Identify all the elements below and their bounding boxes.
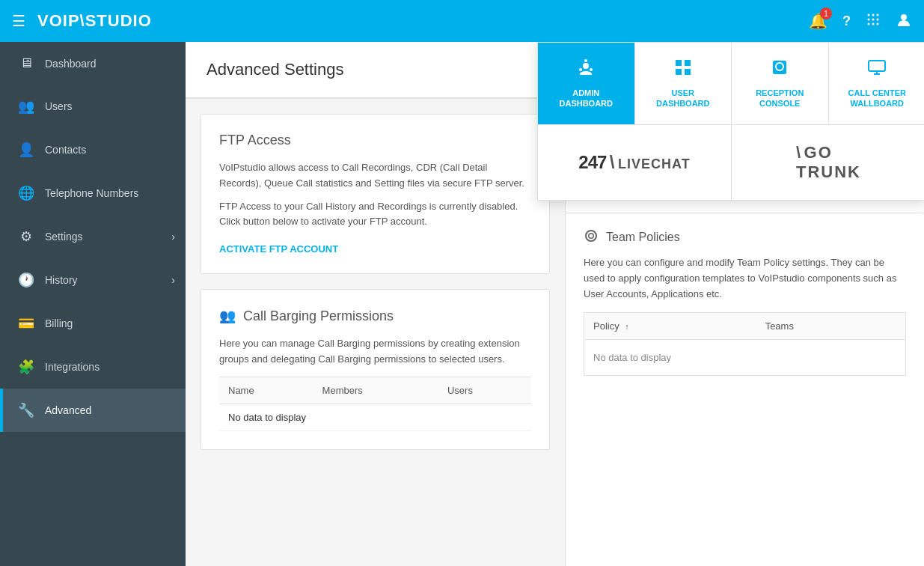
sidebar-item-billing[interactable]: 💳 Billing [0,302,186,345]
app-logo: VOIP\STUDIO [37,11,809,31]
call-barging-section: 👥 Call Barging Permissions Here you can … [201,289,550,450]
notification-badge: 1 [820,7,832,19]
contacts-icon: 👤 [18,142,34,158]
sidebar: 🖥 Dashboard 👥 Users 👤 Contacts 🌐 Telepho… [0,42,186,566]
sidebar-item-history[interactable]: 🕐 History › [0,258,186,302]
team-policies-icon [584,228,599,246]
sidebar-item-users[interactable]: 👥 Users [0,85,186,128]
ftp-section-title: FTP Access [219,133,531,148]
team-policies-section: Team Policies Here you can configure and… [566,213,924,391]
user-dashboard-label: USERDASHBOARD [656,88,710,109]
history-icon: 🕐 [18,272,34,288]
sidebar-item-label: History [45,274,78,286]
settings-icon: ⚙ [18,228,34,245]
topbar-actions: 🔔 1 ? [809,11,912,31]
user-account-icon[interactable] [896,11,912,31]
users-icon: 👥 [18,98,34,115]
sidebar-item-label: Integrations [45,361,100,373]
livechat-logo: 247 \ LIVECHAT [578,152,690,173]
sidebar-item-integrations[interactable]: 🧩 Integrations [0,345,186,389]
team-policies-title: Team Policies [584,228,906,246]
call-barging-title: 👥 Call Barging Permissions [219,308,531,324]
telephone-numbers-icon: 🌐 [18,185,34,201]
svg-point-0 [868,13,870,16]
dropdown-item-reception-console[interactable]: RECEPTIONCONSOLE [732,43,829,124]
dashboard-dropdown: ADMINDASHBOARD USERDASHBOARD RECEPTIONCO… [537,42,924,201]
svg-point-2 [877,13,879,16]
svg-point-3 [868,18,870,20]
table-row: No data to display [219,404,531,430]
call-barging-desc: Here you can manage Call Barging permiss… [219,336,531,368]
svg-point-1 [872,13,875,16]
call-center-wallboard-label: CALL CENTERWALLBOARD [848,88,906,109]
svg-point-4 [872,18,875,20]
page-header: Advanced Settings [186,42,565,99]
policy-col-teams: Teams [756,313,906,340]
svg-point-6 [868,22,870,25]
advanced-icon: 🔧 [18,402,34,419]
content-area: Advanced Settings FTP Access VoIPstudio … [186,42,565,566]
svg-point-8 [877,22,879,25]
svg-point-7 [872,22,875,25]
call-barging-table: Name Members Users No data to display [219,377,531,431]
sidebar-item-label: Users [45,100,73,112]
table-col-name: Name [219,377,313,404]
admin-dashboard-label: ADMINDASHBOARD [560,88,614,109]
integrations-icon: 🧩 [18,359,34,375]
grid-icon[interactable] [866,12,881,31]
table-col-users: Users [438,377,531,404]
sidebar-item-label: Settings [45,231,83,243]
help-icon[interactable]: ? [842,13,851,29]
admin-dashboard-icon [576,58,596,82]
table-col-members: Members [313,377,438,404]
gotrunk-logo: \ GO TRUNK [796,143,861,182]
sidebar-item-advanced[interactable]: 🔧 Advanced [0,389,186,432]
dashboard-icon: 🖥 [18,55,34,71]
sidebar-item-label: Dashboard [45,58,97,70]
billing-icon: 💳 [18,315,34,332]
sort-arrow-icon: ↑ [625,322,629,331]
sidebar-item-settings[interactable]: ⚙ Settings › [0,215,186,258]
policy-no-data: No data to display [584,340,906,376]
svg-point-5 [877,18,879,20]
dropdown-item-gotrunk[interactable]: \ GO TRUNK [732,125,924,200]
chevron-icon: › [171,274,175,286]
ftp-access-section: FTP Access VoIPstudio allows access to C… [201,114,550,274]
table-row: No data to display [584,340,906,376]
policy-col-policy: Policy ↑ [584,313,756,340]
team-policies-desc: Here you can configure and modify Team P… [584,255,906,302]
dropdown-item-call-center-wallboard[interactable]: CALL CENTERWALLBOARD [829,43,925,124]
team-policies-table: Policy ↑ Teams No data to display [584,312,906,376]
ftp-desc-1: VoIPstudio allows access to Call Recordi… [219,160,531,192]
dropdown-integrations-row: 247 \ LIVECHAT \ GO TRUNK [538,124,924,200]
sidebar-item-label: Billing [45,317,73,329]
chevron-icon: › [171,231,175,243]
sidebar-item-contacts[interactable]: 👤 Contacts [0,128,186,171]
no-data-cell: No data to display [219,404,531,430]
sidebar-item-telephone-numbers[interactable]: 🌐 Telephone Numbers [0,171,186,215]
dropdown-item-user-dashboard[interactable]: USERDASHBOARD [635,43,732,124]
reception-console-icon [770,58,789,82]
activate-ftp-button[interactable]: ACTIVATE FTP ACCOUNT [219,243,338,255]
sidebar-item-dashboard[interactable]: 🖥 Dashboard [0,42,186,85]
dropdown-item-admin-dashboard[interactable]: ADMINDASHBOARD [538,43,635,124]
sidebar-item-label: Advanced [45,404,91,416]
notification-bell-icon[interactable]: 🔔 1 [809,12,827,30]
sidebar-item-label: Telephone Numbers [45,187,138,199]
user-dashboard-icon [673,58,693,82]
call-barging-icon: 👥 [219,308,236,324]
page-title: Advanced Settings [206,60,544,79]
menu-icon[interactable]: ☰ [12,12,25,30]
topbar: ☰ VOIP\STUDIO 🔔 1 ? [0,0,924,42]
dropdown-grid: ADMINDASHBOARD USERDASHBOARD RECEPTIONCO… [538,43,924,124]
sidebar-item-label: Contacts [45,144,86,156]
call-center-wallboard-icon [867,58,887,82]
svg-point-9 [901,14,907,20]
reception-console-label: RECEPTIONCONSOLE [756,88,804,109]
svg-rect-10 [869,61,885,71]
ftp-desc-2: FTP Access to your Call History and Reco… [219,199,531,231]
dropdown-item-247livechat[interactable]: 247 \ LIVECHAT [538,125,732,200]
